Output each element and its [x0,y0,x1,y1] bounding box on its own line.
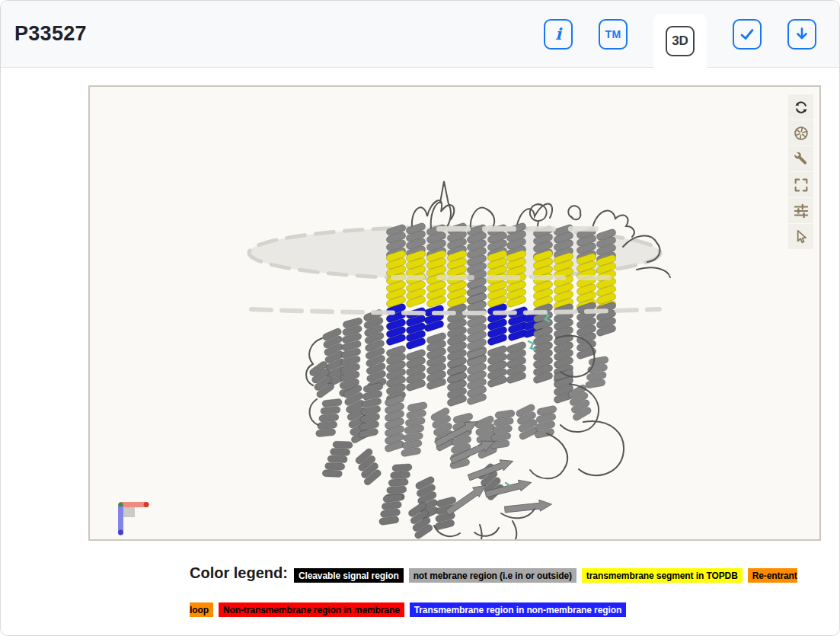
content: Color legend:Cleavable signal regionnot … [1,68,839,623]
legend-chip-tm-topdb: transmembrane segment in TOPDB [582,568,743,583]
settings-button[interactable] [788,198,813,223]
aperture-icon [793,125,810,142]
page-title: P33527 [14,22,87,46]
tab-check[interactable] [733,19,762,50]
axes-widget[interactable] [116,498,155,538]
tm-helices-yellow [385,250,617,313]
tab-bar: i TM 3D [544,1,816,67]
viewer-toolbar [788,94,813,249]
legend-chip-tm-in-non-membrane: Transmembrane region in non-membrane reg… [410,602,626,617]
select-button[interactable] [788,224,813,249]
tab-info[interactable]: i [544,19,573,50]
tools-button[interactable] [788,146,813,171]
tab-tm[interactable]: TM [599,19,628,50]
legend-chip-cleavable-signal: Cleavable signal region [294,568,404,583]
pointer-icon [793,229,810,245]
reset-view-button[interactable] [788,94,813,120]
active-tab-background: 3D [653,14,707,68]
z-axis [119,503,123,507]
wrench-icon [793,151,810,168]
rotate-icon [793,99,810,116]
screenshot-button[interactable] [788,120,813,145]
info-icon: i [555,26,561,42]
axes-plane [123,507,135,517]
download-icon [793,25,811,43]
checkmark-icon [738,25,756,43]
sliders-icon [793,203,810,219]
fullscreen-button[interactable] [788,172,813,197]
structure-viewer-3d[interactable] [88,85,821,541]
protein-structure-canvas[interactable] [90,87,819,539]
legend-chip-not-membrane: not mebrane region (i.e in or outside) [409,568,577,583]
expand-icon [793,177,810,193]
protein-entry-page: P33527 i TM 3D [0,0,840,636]
tab-3d[interactable]: 3D [666,26,695,56]
legend-chip-non-tm-in-membrane: Non-transmembrane region in membrane [219,602,404,617]
color-legend: Color legend:Cleavable signal regionnot … [190,550,805,623]
legend-title: Color legend: [190,564,288,581]
tab-download[interactable] [787,19,816,50]
header: P33527 i TM 3D [1,1,839,68]
